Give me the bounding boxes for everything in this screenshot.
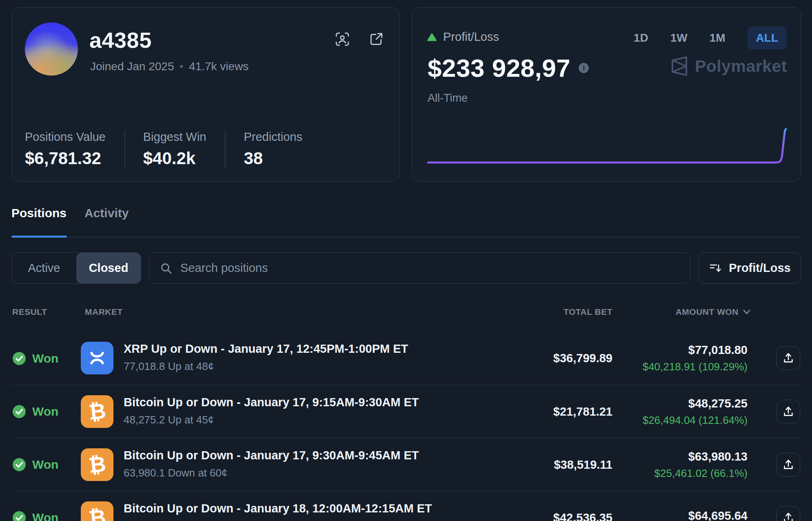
stat-label: Biggest Win bbox=[143, 130, 206, 144]
share-upload-icon bbox=[782, 352, 795, 365]
range-1m[interactable]: 1M bbox=[710, 31, 725, 45]
stat-value: $40.2k bbox=[143, 149, 206, 168]
share-button[interactable] bbox=[777, 453, 800, 476]
polymarket-watermark: Polymarket bbox=[670, 55, 787, 77]
segment-closed[interactable]: Closed bbox=[76, 253, 141, 283]
joined-date: Joined Jan 2025 bbox=[90, 60, 174, 73]
chevron-down-icon bbox=[743, 309, 751, 315]
pnl-header: Profit/Loss bbox=[427, 30, 499, 44]
stat-positions-value: Positions Value $6,781.32 bbox=[25, 130, 124, 168]
won-check-icon bbox=[12, 405, 26, 419]
amount-won-cell: $64,695.64 bbox=[688, 491, 748, 521]
amount-won-value: $77,018.80 bbox=[688, 343, 748, 357]
stat-value: 38 bbox=[244, 149, 302, 168]
share-upload-icon bbox=[782, 511, 795, 521]
table-row[interactable]: Won ₿ Bitcoin Up or Down - January 18, 1… bbox=[11, 491, 801, 521]
external-link-button[interactable] bbox=[368, 31, 384, 47]
result-cell: Won bbox=[12, 385, 58, 438]
up-triangle-icon bbox=[427, 33, 437, 41]
market-cell[interactable]: Bitcoin Up or Down - January 17, 9:30AM-… bbox=[124, 449, 419, 479]
column-header-result: RESULT bbox=[12, 307, 47, 317]
stat-label: Predictions bbox=[244, 130, 302, 144]
amount-won-value: $64,695.64 bbox=[688, 509, 748, 521]
market-cell[interactable]: XRP Up or Down - January 17, 12:45PM-1:0… bbox=[124, 342, 408, 373]
share-button[interactable] bbox=[777, 506, 800, 521]
total-bet-value: $36,799.89 bbox=[553, 332, 612, 385]
won-check-icon bbox=[12, 511, 26, 521]
market-subtitle: 48,275.2 Up at 45¢ bbox=[124, 414, 419, 426]
amount-won-cell: $77,018.80 $40,218.91 (109.29%) bbox=[643, 332, 748, 385]
table-row[interactable]: Won XRP Up or Down - January 17, 12:45PM… bbox=[11, 332, 801, 385]
market-title: Bitcoin Up or Down - January 17, 9:15AM-… bbox=[124, 396, 419, 409]
amount-won-value: $63,980.13 bbox=[688, 450, 748, 463]
range-all[interactable]: ALL bbox=[748, 27, 787, 49]
won-check-icon bbox=[12, 458, 26, 472]
sort-profit-loss-button[interactable]: Profit/Loss bbox=[699, 252, 801, 284]
info-icon[interactable]: i bbox=[579, 63, 589, 73]
stat-predictions: Predictions 38 bbox=[225, 130, 321, 168]
search-icon bbox=[160, 262, 172, 274]
share-button[interactable] bbox=[777, 346, 800, 370]
polymarket-profile-page: a4385 Joined Jan 2025 • 41.7k views bbox=[0, 0, 812, 521]
market-cell[interactable]: Bitcoin Up or Down - January 18, 12:00AM… bbox=[124, 502, 432, 520]
tab-activity[interactable]: Activity bbox=[84, 206, 129, 220]
pnl-label: Profit/Loss bbox=[443, 30, 499, 44]
profile-meta: Joined Jan 2025 • 41.7k views bbox=[90, 60, 248, 73]
column-header-market: MARKET bbox=[85, 307, 123, 317]
pnl-chart bbox=[427, 127, 790, 175]
share-upload-icon bbox=[782, 458, 795, 471]
profile-stats: Positions Value $6,781.32 Biggest Win $4… bbox=[25, 130, 321, 168]
profile-actions bbox=[335, 31, 384, 47]
active-tab-underline bbox=[11, 236, 67, 238]
segment-active[interactable]: Active bbox=[12, 253, 76, 283]
profit-loss-card: Profit/Loss 1D 1W 1M ALL $233 928,97 i A… bbox=[412, 7, 801, 182]
table-row[interactable]: Won ₿ Bitcoin Up or Down - January 17, 9… bbox=[11, 385, 801, 438]
total-bet-value: $42,536.35 bbox=[553, 491, 612, 521]
pnl-value: $233 928,97 bbox=[428, 53, 570, 82]
share-upload-icon bbox=[782, 405, 795, 418]
market-subtitle: 77,018.8 Up at 48¢ bbox=[124, 360, 408, 373]
avatar bbox=[25, 22, 78, 76]
pnl-period-label: All-Time bbox=[428, 92, 468, 105]
range-1d[interactable]: 1D bbox=[634, 31, 648, 45]
amount-won-cell: $48,275.25 $26,494.04 (121.64%) bbox=[643, 385, 748, 438]
profit-value: $25,461.02 (66.1%) bbox=[654, 467, 748, 480]
won-check-icon bbox=[12, 352, 26, 365]
profile-card: a4385 Joined Jan 2025 • 41.7k views bbox=[11, 7, 400, 182]
views-count: 41.7k views bbox=[189, 60, 248, 73]
result-label: Won bbox=[32, 458, 58, 472]
result-label: Won bbox=[32, 352, 58, 365]
result-cell: Won bbox=[12, 332, 58, 385]
stat-label: Positions Value bbox=[25, 130, 106, 144]
market-cell[interactable]: Bitcoin Up or Down - January 17, 9:15AM-… bbox=[124, 396, 419, 426]
stat-biggest-win: Biggest Win $40.2k bbox=[124, 130, 225, 168]
face-scan-icon bbox=[335, 31, 350, 47]
table-row[interactable]: Won ₿ Bitcoin Up or Down - January 17, 9… bbox=[11, 438, 801, 491]
market-title: Bitcoin Up or Down - January 17, 9:30AM-… bbox=[124, 449, 419, 462]
tab-positions[interactable]: Positions bbox=[11, 206, 67, 220]
polymarket-logo-icon bbox=[670, 55, 689, 77]
tabs-divider bbox=[11, 237, 801, 238]
share-button[interactable] bbox=[777, 400, 800, 423]
polymarket-watermark-text: Polymarket bbox=[695, 57, 787, 76]
stat-value: $6,781.32 bbox=[25, 149, 106, 168]
profit-value: $26,494.04 (121.64%) bbox=[643, 414, 748, 427]
range-1w[interactable]: 1W bbox=[670, 31, 688, 45]
sort-descending-icon bbox=[709, 262, 722, 275]
column-header-amount-won[interactable]: AMOUNT WON bbox=[676, 307, 751, 317]
market-subtitle: 63,980.1 Down at 60¢ bbox=[124, 467, 419, 479]
total-bet-value: $38,519.11 bbox=[554, 438, 612, 491]
bitcoin-icon: ₿ bbox=[81, 448, 113, 481]
bitcoin-icon: ₿ bbox=[81, 501, 113, 521]
pnl-value-row: $233 928,97 i bbox=[428, 53, 589, 82]
xrp-icon bbox=[81, 342, 113, 374]
result-cell: Won bbox=[12, 438, 58, 491]
bitcoin-icon: ₿ bbox=[81, 395, 113, 428]
search-input[interactable] bbox=[180, 261, 679, 275]
amount-won-cell: $63,980.13 $25,461.02 (66.1%) bbox=[654, 438, 748, 491]
face-scan-button[interactable] bbox=[335, 31, 350, 47]
time-range-selector: 1D 1W 1M ALL bbox=[634, 26, 787, 50]
dot-separator: • bbox=[180, 61, 183, 72]
result-label: Won bbox=[32, 405, 58, 419]
external-link-icon bbox=[368, 31, 384, 47]
